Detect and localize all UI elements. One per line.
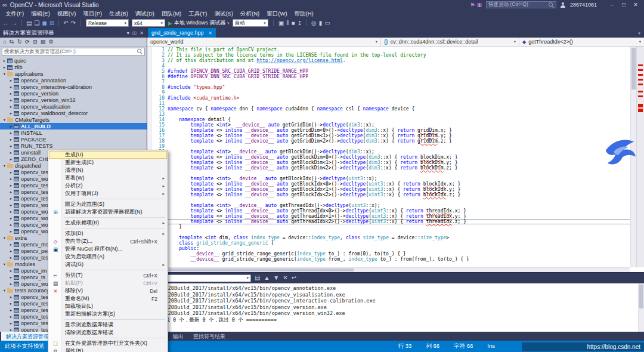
save-all-icon[interactable]: ⊞ [49, 20, 54, 26]
scope-dropdown[interactable]: {} cv::dnn::cuda4dnn::csl::device::detai… [381, 38, 519, 46]
menu-item[interactable]: 窗口(W) [263, 10, 290, 18]
context-menu-item[interactable]: 生成(U) [49, 151, 167, 159]
expander-icon[interactable]: ▸ [8, 321, 14, 326]
expander-icon[interactable]: ▸ [8, 131, 14, 135]
close-panel-icon[interactable]: ✕ [140, 30, 144, 36]
back-icon[interactable]: ← [3, 20, 9, 26]
expander-icon[interactable]: ▸ [8, 78, 14, 83]
tree-item[interactable]: ▸zlib [0, 64, 147, 70]
context-menu-item[interactable]: ❏在文件资源管理器中打开文件夹(X) [49, 339, 167, 347]
expander-icon[interactable]: ▸ [8, 157, 14, 162]
close-button[interactable]: ✕ [630, 2, 642, 8]
expander-icon[interactable]: ▸ [8, 282, 14, 286]
tree-item[interactable]: ▾CMakeTargets [0, 116, 147, 123]
context-menu-item[interactable]: ▣管理 NuGet 程序包(N)... [49, 245, 167, 253]
output-content[interactable]: penCV420Build_2017/install/x64/vc15/bin/… [147, 283, 644, 332]
tree-item[interactable]: ▸RUN_TESTS [0, 143, 147, 149]
expander-icon[interactable]: ▸ [8, 209, 14, 214]
chevron-down-icon[interactable]: ▾ [127, 30, 129, 36]
expander-icon[interactable]: ▸ [8, 255, 14, 260]
home-icon[interactable]: ⌂ [3, 39, 7, 45]
properties-icon[interactable]: ⚙ [49, 39, 54, 45]
next-icon[interactable]: ▼ [273, 275, 279, 281]
expander-icon[interactable]: ▸ [8, 242, 14, 247]
context-menu-item[interactable]: ✂剪切(T)Ctrl+X [49, 271, 167, 279]
pin-icon[interactable]: ◫ [132, 30, 137, 36]
switch-views-icon[interactable]: ⇆ [10, 39, 14, 45]
output-scrollbar[interactable] [638, 283, 644, 332]
expander-icon[interactable]: ▾ [2, 72, 7, 76]
bookmark-icon[interactable]: ▮ [319, 20, 323, 26]
expander-icon[interactable]: ▸ [8, 111, 14, 116]
context-menu-item[interactable]: 仅用于项目(J) [49, 190, 167, 197]
document-well-dropdown-icon[interactable]: ▾ [638, 31, 644, 38]
context-menu-item[interactable]: 调试(G) [49, 261, 167, 268]
context-menu-item[interactable]: 分析(Z) [49, 182, 167, 190]
context-menu-item[interactable]: ▤粘贴(P)Ctrl+V [49, 279, 167, 287]
expander-icon[interactable]: ▸ [8, 301, 14, 306]
expander-icon[interactable]: ▸ [8, 104, 14, 109]
menu-item[interactable]: 测试(S) [210, 10, 237, 18]
build-icon[interactable]: ▣ [278, 20, 284, 26]
tree-item[interactable]: ▸opencv_annotation [0, 77, 147, 84]
menu-item[interactable]: 视图(V) [54, 10, 80, 18]
new-file-icon[interactable]: ▤ [26, 20, 32, 26]
expander-icon[interactable]: ▸ [8, 137, 14, 142]
menu-item[interactable]: 编辑(E) [27, 10, 54, 18]
scrollbar-thumb[interactable] [639, 285, 643, 308]
account-name[interactable]: 286741061 [570, 2, 597, 8]
refresh-icon[interactable]: ⟳ [25, 39, 30, 45]
scrollbar-thumb[interactable] [169, 268, 354, 271]
editor-horizontal-scrollbar[interactable] [168, 267, 630, 272]
context-menu-item[interactable]: 重命名(M)F2 [49, 295, 167, 302]
tree-item[interactable]: ▸opencv_waldboost_detector [0, 110, 147, 116]
project-dropdown[interactable]: opencv_world ▾ [147, 38, 381, 46]
expander-icon[interactable]: ▾ [2, 262, 7, 267]
minimize-button[interactable]: – [606, 2, 618, 8]
tree-item[interactable]: ▸opencv_version_win32 [0, 97, 147, 103]
tree-item[interactable]: ▸opencv_interactive-calibration [0, 84, 147, 90]
context-menu-item[interactable]: ⚙属性(R) [49, 347, 167, 352]
comment-icon[interactable]: ▭ [324, 20, 330, 26]
stop-icon[interactable]: ■ [291, 20, 295, 26]
context-menu-item[interactable]: 卸载项目(L) [49, 302, 167, 310]
context-menu-item[interactable]: 设为启动项目(A) [49, 253, 167, 261]
context-menu-item[interactable]: 显示浏览数据库错误 [49, 321, 167, 329]
menu-item[interactable]: 帮助(H) [291, 10, 317, 18]
dock-tab-4[interactable]: 输出 [168, 332, 188, 341]
expander-icon[interactable]: ▸ [8, 328, 14, 332]
solution-search-input[interactable]: 搜索解决方案资源管理器(Ctrl+;) [2, 48, 145, 55]
context-menu-item[interactable]: 限定为此范围(S) [49, 200, 167, 208]
menu-item[interactable]: 项目(P) [79, 10, 106, 18]
forward-icon[interactable]: → [11, 20, 17, 26]
expander-icon[interactable]: ▸ [8, 183, 14, 188]
menu-item[interactable]: 团队(M) [158, 10, 185, 18]
context-menu-item[interactable]: 重新生成(E) [49, 159, 167, 166]
context-menu-item[interactable]: 生成依赖项(B) [49, 219, 167, 227]
expander-icon[interactable]: ▸ [8, 229, 14, 234]
expander-icon[interactable]: ▸ [8, 144, 14, 149]
context-menu-item[interactable]: 清理(N) [49, 166, 167, 174]
menu-item[interactable]: 调试(D) [132, 10, 158, 18]
expander-icon[interactable]: ▸ [8, 223, 14, 227]
redo-icon[interactable]: ↷ [71, 20, 76, 26]
notifications-flag-icon[interactable]: ⚑ [470, 2, 475, 8]
tree-item[interactable]: ▸PACKAGE [0, 136, 147, 143]
find-icon[interactable]: ◎ [311, 20, 317, 26]
context-menu-item[interactable]: 查看(W) [49, 174, 167, 182]
tree-item[interactable]: ▸opencv_version [0, 90, 147, 97]
menu-item[interactable]: 工具(T) [185, 10, 210, 18]
expander-icon[interactable]: ▸ [8, 203, 14, 208]
menu-item[interactable]: 生成(B) [106, 10, 132, 18]
context-menu-item[interactable]: 清除浏览数据库错误 [49, 329, 167, 336]
platform-combo[interactable]: x64▾ [132, 19, 165, 27]
expander-icon[interactable]: ▸ [8, 196, 14, 201]
dock-tab-5[interactable]: 查找符号结果 [188, 332, 230, 341]
expander-icon[interactable]: ▸ [8, 308, 14, 313]
tab-grid-stride-range[interactable]: grid_stride_range.hpp ✕ [148, 28, 216, 38]
expander-icon[interactable]: ▾ [2, 236, 7, 240]
prev-icon[interactable]: ▲ [264, 275, 270, 281]
save-icon[interactable]: ◼ [42, 20, 47, 26]
menu-item[interactable]: 分析(N) [237, 10, 263, 18]
expander-icon[interactable]: ▸ [8, 314, 14, 319]
